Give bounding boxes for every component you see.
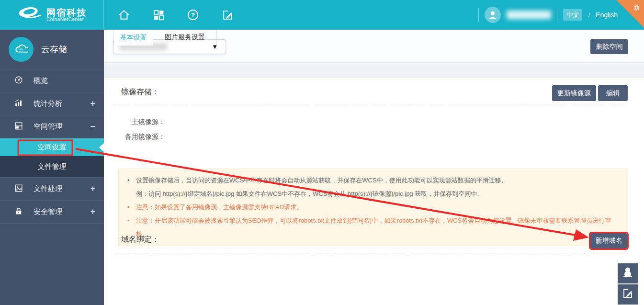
notice-warning-text: 注意：如果设置了备用镜像源，主镜像源需支持HEAD请求。 — [136, 201, 303, 214]
home-icon[interactable] — [117, 8, 131, 22]
bullet-icon: • — [127, 174, 136, 187]
cloud-storage-icon — [9, 37, 34, 62]
expand-plus-icon[interactable]: + — [90, 99, 95, 109]
sidebar: 云存储 概览 统计分析 + 空间管理 − 空 — [0, 30, 104, 305]
tab-image-service-settings[interactable]: 图片服务设置 — [153, 30, 217, 45]
edit-button[interactable]: 编辑 — [598, 85, 628, 101]
primary-mirror-label: 主镜像源： — [113, 118, 165, 126]
expand-plus-icon[interactable]: + — [90, 207, 95, 217]
sidebar-item-space-settings[interactable]: 空间设置 — [0, 138, 104, 156]
overview-gauge-icon — [14, 76, 23, 86]
chinanetcenter-swoosh-icon — [17, 6, 43, 24]
work-order-edit-icon[interactable] — [221, 8, 234, 22]
domain-binding-section-title: 域名绑定： — [121, 235, 159, 245]
help-icon[interactable]: ? — [186, 8, 200, 22]
notice-text: 例：访问 http(s)://{绑定域名}/pic.jpg 如果文件在WCS中不… — [136, 187, 483, 201]
settings-tabbar — [104, 62, 644, 78]
update-mirror-source-button[interactable]: 更新镜像源 — [552, 85, 596, 101]
sidebar-item-label: 安全管理 — [34, 207, 62, 216]
language-separator: / — [588, 11, 590, 19]
active-menu-notch — [99, 143, 104, 152]
collapse-minus-icon[interactable]: − — [90, 122, 95, 132]
qq-contact-button[interactable] — [618, 263, 638, 283]
lock-icon — [14, 207, 23, 217]
sidebar-item-label: 概览 — [34, 76, 48, 85]
tab-basic-settings[interactable]: 基本设置 — [113, 30, 153, 45]
username-redacted — [507, 11, 551, 19]
user-avatar[interactable] — [485, 7, 501, 23]
notice-warning-text: 注意：开启该功能可能会被搜索引擎认为SEO作弊，可以将robots.txt文件放… — [136, 214, 619, 241]
main-content: ▼ 删除空间 基本设置 图片服务设置 镜像存储： 更新镜像源 编辑 主镜像源： … — [104, 30, 644, 305]
sidebar-item-file-management[interactable]: 文件管理 — [0, 156, 104, 178]
divider — [557, 8, 557, 22]
mirror-storage-section-title: 镜像存储： — [121, 87, 159, 97]
add-domain-button[interactable]: 新增域名 — [590, 233, 627, 249]
brand-logo: 网宿科技 ChinaNetCenter — [0, 0, 104, 30]
language-english-button[interactable]: English — [596, 11, 618, 19]
notice-warning-line: • 注意：如果设置了备用镜像源，主镜像源需支持HEAD请求。 — [127, 201, 619, 214]
sidebar-item-file-processing[interactable]: 文件处理 + — [0, 178, 104, 201]
sidebar-item-overview[interactable]: 概览 — [0, 69, 104, 92]
notice-warning-line: • 注意：开启该功能可能会被搜索引擎认为SEO作弊，可以将robots.txt文… — [127, 214, 619, 241]
delete-space-button[interactable]: 删除空间 — [590, 39, 628, 54]
new-badge-label: 新 — [633, 3, 640, 12]
backup-mirror-label: 备用镜像源： — [113, 133, 165, 141]
top-navigation-bar: 网宿科技 ChinaNetCenter ? — [0, 0, 644, 30]
sidebar-item-label: 统计分析 — [34, 99, 62, 108]
product-title: 云存储 — [41, 44, 67, 55]
sidebar-item-label: 空间管理 — [34, 122, 62, 131]
section-divider — [113, 253, 628, 253]
expand-plus-icon[interactable]: + — [90, 184, 95, 194]
edit-pencil-icon — [622, 288, 633, 301]
products-grid-icon[interactable] — [152, 8, 165, 22]
sidebar-item-label: 空间设置 — [38, 143, 67, 152]
mirror-notice-box: • 设置镜像存储后，当访问的资源在WCS中不存在时将会自动从源站获取，并保存在W… — [118, 169, 628, 246]
qq-penguin-icon — [622, 267, 633, 280]
sidebar-item-space-management[interactable]: 空间管理 − — [0, 115, 104, 138]
logo-subtitle: ChinaNetCenter — [46, 17, 87, 22]
image-file-icon — [14, 184, 23, 194]
logo-title: 网宿科技 — [46, 8, 87, 17]
space-box-icon — [14, 122, 23, 132]
notice-line: • 设置镜像存储后，当访问的资源在WCS中不存在时将会自动从源站获取，并保存在W… — [127, 174, 619, 187]
sidebar-item-security-management[interactable]: 安全管理 + — [0, 201, 104, 224]
basic-settings-panel: 镜像存储： 更新镜像源 编辑 主镜像源： 备用镜像源： • 设置镜像存储后，当访… — [104, 78, 644, 305]
bullet-icon: • — [127, 201, 136, 214]
notice-text: 设置镜像存储后，当访问的资源在WCS中不存在时将会自动从源站获取，并保存在WCS… — [136, 174, 508, 187]
new-corner-ribbon[interactable] — [616, 0, 644, 28]
language-chinese-button[interactable]: 中文 — [563, 9, 582, 21]
svg-text:?: ? — [191, 11, 195, 19]
notice-line: 例：访问 http(s)://{绑定域名}/pic.jpg 如果文件在WCS中不… — [127, 187, 619, 201]
section-divider — [113, 106, 628, 106]
sidebar-item-statistics[interactable]: 统计分析 + — [0, 92, 104, 115]
sidebar-item-label: 文件处理 — [34, 184, 62, 193]
feedback-edit-button[interactable] — [618, 284, 638, 305]
bar-chart-icon — [14, 99, 23, 109]
sidebar-item-label: 文件管理 — [38, 162, 67, 171]
sidebar-product-header: 云存储 — [0, 30, 104, 69]
divider — [478, 8, 479, 22]
